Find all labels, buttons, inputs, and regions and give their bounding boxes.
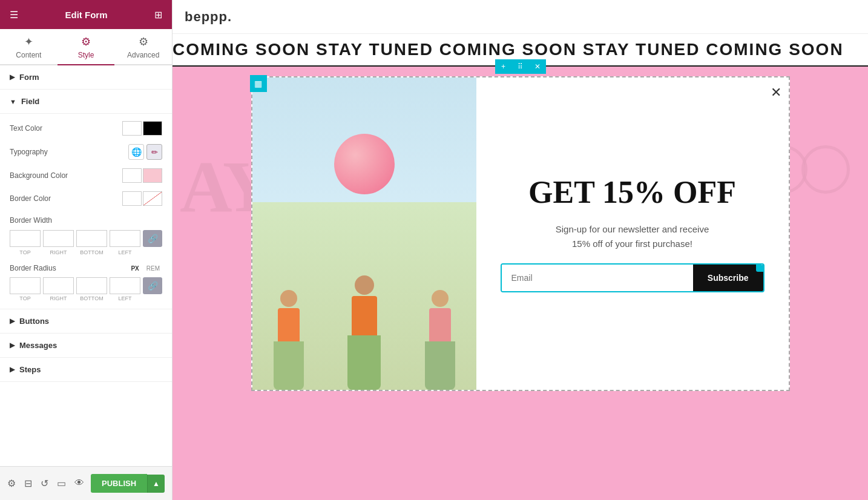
popup-toolbar-close[interactable]: ✕	[529, 59, 546, 74]
popup-toolbar-add[interactable]: +	[495, 59, 512, 74]
field-section-label: Field	[21, 97, 39, 106]
panel-footer: ⚙ ⊟ ↺ ▭ 👁 PUBLISH ▲	[0, 466, 172, 500]
border-radius-section: Border Radius PX REM 🔗 TOP RIGHT	[10, 264, 162, 301]
bg-color-swatch-pink[interactable]	[143, 168, 162, 183]
woman-right-top	[429, 308, 451, 341]
border-width-top-input[interactable]	[10, 230, 41, 247]
field-section-header[interactable]: ▼ Field	[0, 90, 172, 114]
panel-body: ▶ Form ▼ Field Text Color Typography 🌐	[0, 65, 172, 466]
form-section-label: Form	[19, 73, 39, 82]
border-width-link-button[interactable]: 🔗	[143, 230, 162, 247]
typography-globe-button[interactable]: 🌐	[128, 144, 144, 160]
popup-headline: GET 15% OFF	[528, 175, 736, 209]
tab-content[interactable]: ✦ Content	[0, 29, 58, 64]
popup-subtext-line2: 15% off of your first purchase!	[572, 238, 692, 249]
popup-right: ✕ GET 15% OFF Sign-up for our newsletter…	[476, 77, 789, 390]
woman-center-top	[352, 296, 377, 335]
hamburger-icon[interactable]: ☰	[10, 9, 18, 21]
buttons-chevron: ▶	[10, 317, 15, 325]
grid-icon[interactable]: ⊞	[154, 9, 162, 21]
border-radius-header-row: Border Radius PX REM	[10, 264, 162, 272]
woman-center-skirt	[347, 335, 381, 390]
woman-right-head	[432, 290, 449, 307]
popup-close-button[interactable]: ✕	[771, 85, 781, 100]
steps-chevron: ▶	[10, 366, 15, 373]
border-width-left-input[interactable]	[110, 230, 140, 247]
pink-ball	[334, 134, 395, 194]
border-width-right-input[interactable]	[43, 230, 74, 247]
popup-wrapper: ▦ + ⠿ ✕	[251, 76, 790, 391]
settings-icon[interactable]: ⚙	[7, 478, 16, 489]
border-width-section: Border Width 🔗 TOP RIGHT BOTTOM LEFT	[10, 214, 162, 255]
content-tab-icon: ✦	[24, 35, 33, 48]
canvas-pink: AY ▦ + ⠿ ✕	[173, 67, 868, 496]
content-tab-label: Content	[16, 51, 41, 59]
woman-left	[258, 290, 319, 390]
publish-arrow-button[interactable]: ▲	[147, 475, 165, 493]
woman-center-head	[355, 275, 374, 295]
typography-label: Typography	[10, 148, 48, 156]
preview-icon[interactable]: 👁	[74, 478, 84, 489]
bg-color-row: Background Color	[10, 168, 162, 183]
messages-chevron: ▶	[10, 341, 15, 349]
text-color-swatch-black[interactable]	[143, 121, 162, 136]
popup-form-edit-icon[interactable]: ✏	[756, 263, 764, 272]
messages-section-header[interactable]: ▶ Messages	[0, 334, 172, 358]
popup-subtext: Sign-up for our newsletter and receive 1…	[556, 222, 709, 251]
border-width-bottom-input[interactable]	[76, 230, 107, 247]
popup-container: ✕ GET 15% OFF Sign-up for our newsletter…	[251, 76, 790, 391]
typography-edit-button[interactable]: ✏	[146, 144, 162, 160]
border-radius-top-input[interactable]	[10, 277, 41, 294]
border-color-label: Border Color	[10, 194, 51, 203]
left-panel: ☰ Edit Form ⊞ ✦ Content ⚙ Style ⚙ Advanc…	[0, 0, 173, 500]
block-handle[interactable]: ▦	[250, 75, 267, 92]
tab-advanced[interactable]: ⚙ Advanced	[114, 29, 172, 64]
screen-icon[interactable]: ▭	[57, 478, 66, 489]
border-radius-left-input[interactable]	[110, 277, 140, 294]
history-icon[interactable]: ↺	[41, 478, 48, 489]
popup-subtext-line1: Sign-up for our newsletter and receive	[556, 224, 709, 234]
steps-section-header[interactable]: ▶ Steps	[0, 358, 172, 382]
border-color-swatch-diag[interactable]	[143, 191, 162, 206]
border-radius-right-input[interactable]	[43, 277, 74, 294]
layers-icon[interactable]: ⊟	[24, 478, 32, 489]
radius-left-label: LEFT	[110, 295, 140, 301]
text-color-swatches	[122, 121, 162, 136]
radius-right-label: RIGHT	[43, 295, 74, 301]
popup-image-area	[252, 77, 476, 390]
bg-circle-right	[801, 145, 850, 194]
tab-style[interactable]: ⚙ Style	[58, 29, 115, 65]
buttons-section-header[interactable]: ▶ Buttons	[0, 309, 172, 334]
border-color-swatch-white[interactable]	[122, 191, 142, 206]
messages-label: Messages	[19, 341, 57, 350]
border-width-top-label: TOP	[10, 249, 41, 255]
border-radius-grid: 🔗	[10, 277, 162, 294]
advanced-tab-icon: ⚙	[139, 35, 148, 48]
border-color-row: Border Color	[10, 191, 162, 206]
form-section-header[interactable]: ▶ Form	[0, 65, 172, 90]
popup-toolbar-drag[interactable]: ⠿	[512, 59, 529, 74]
border-color-swatches	[122, 191, 162, 206]
women-scene	[252, 77, 476, 390]
border-width-right-label: RIGHT	[43, 249, 74, 255]
bg-color-swatch-white[interactable]	[122, 168, 142, 183]
field-chevron-down: ▼	[10, 98, 16, 105]
border-radius-bottom-input[interactable]	[76, 277, 107, 294]
border-radius-link-button[interactable]: 🔗	[143, 277, 162, 294]
field-section-body: Text Color Typography 🌐 ✏ Background Col…	[0, 114, 172, 309]
style-tab-label: Style	[78, 51, 94, 59]
publish-btn-group: PUBLISH ▲	[91, 474, 165, 493]
publish-button[interactable]: PUBLISH	[91, 474, 147, 493]
popup-email-input[interactable]	[502, 265, 693, 291]
border-width-label: Border Width	[10, 216, 52, 225]
buttons-label: Buttons	[19, 317, 49, 326]
unit-toggle: PX REM	[128, 265, 162, 272]
popup-subscribe-button[interactable]: Subscribe	[693, 265, 763, 291]
unit-px-button[interactable]: PX	[128, 265, 141, 272]
woman-right	[410, 290, 470, 390]
unit-rem-button[interactable]: REM	[144, 265, 162, 272]
woman-left-head	[280, 290, 297, 307]
border-width-bottom-label: BOTTOM	[76, 249, 107, 255]
panel-header: ☰ Edit Form ⊞	[0, 0, 172, 29]
text-color-swatch-white[interactable]	[122, 121, 142, 136]
